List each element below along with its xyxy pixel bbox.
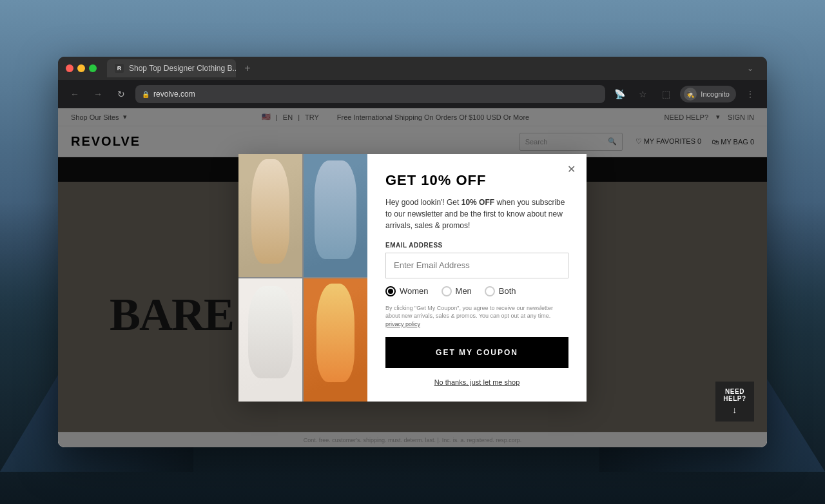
menu-button[interactable]: ⋮ [741,85,759,103]
modal-desc-prefix: Hey good lookin'! Get [385,198,461,207]
modal-title: GET 10% OFF [385,172,568,189]
url-text: revolve.com [153,90,195,99]
new-tab-button[interactable]: + [238,59,257,77]
gender-men-label: Men [456,286,472,296]
extensions-icon[interactable]: ⬚ [657,85,675,103]
minimize-button[interactable] [77,64,85,72]
incognito-icon: 🕵 [684,88,697,101]
browser-addressbar: ← → ↻ 🔒 revolve.com 📡 ☆ ⬚ 🕵 Incognito ⋮ [58,80,767,108]
modal-close-button[interactable]: ✕ [563,162,579,177]
modal-description: Hey good lookin'! Get 10% OFF when you s… [385,197,568,231]
modal-image-4 [304,278,367,402]
traffic-lights [66,64,97,72]
gender-both-label: Both [499,286,516,296]
maximize-button[interactable] [89,64,97,72]
gender-both-radio[interactable] [485,286,495,296]
privacy-policy-link[interactable]: privacy policy [385,321,420,327]
back-button[interactable]: ← [66,85,84,103]
get-coupon-button[interactable]: GET MY COUPON [385,337,568,368]
browser-tab[interactable]: R Shop Top Designer Clothing B... ✕ [107,59,236,77]
browser-titlebar: R Shop Top Designer Clothing B... ✕ + ⌄ [58,57,767,80]
discount-modal: ✕ GET 10% OFF Hey good lookin'! Get 10% … [238,154,587,402]
email-field-label: Email Address [385,242,568,249]
close-button[interactable] [66,64,73,72]
url-bar[interactable]: 🔒 revolve.com [135,85,605,103]
modal-image-1 [238,154,302,277]
addressbar-actions: 📡 ☆ ⬚ 🕵 Incognito ⋮ [610,85,759,103]
modal-image-3 [238,278,302,402]
legal-disclaimer: By clicking "Get My Coupon", you agree t… [385,304,568,329]
incognito-badge: 🕵 Incognito [680,86,736,102]
refresh-button[interactable]: ↻ [112,85,130,103]
gender-both-option[interactable]: Both [485,286,516,296]
gender-women-label: Women [400,286,429,296]
gender-men-option[interactable]: Men [442,286,472,296]
cast-icon[interactable]: 📡 [610,85,628,103]
modal-image-2 [304,154,367,277]
ssl-lock-icon: 🔒 [142,91,150,98]
bookmark-icon[interactable]: ☆ [634,85,652,103]
email-input[interactable] [385,253,568,278]
modal-images-collage [238,154,367,402]
tab-title: Shop Top Designer Clothing B... [129,64,236,73]
gender-men-radio[interactable] [442,286,452,296]
more-tabs-button[interactable]: ⌄ [741,59,759,77]
tab-favicon: R [115,64,124,73]
website-content: Shop Our Sites ▾ 🇺🇸 | EN | TRY Free Inte… [58,108,767,447]
gender-women-option[interactable]: Women [385,286,429,296]
browser-window: R Shop Top Designer Clothing B... ✕ + ⌄ … [58,57,767,447]
incognito-label: Incognito [701,90,730,98]
gender-radio-group: Women Men Both [385,286,568,296]
gender-women-radio[interactable] [385,286,396,296]
forward-button[interactable]: → [89,85,107,103]
tab-area: R Shop Top Designer Clothing B... ✕ + [107,59,257,77]
modal-backdrop: ✕ GET 10% OFF Hey good lookin'! Get 10% … [58,108,767,447]
modal-form-area: ✕ GET 10% OFF Hey good lookin'! Get 10% … [367,154,587,402]
no-thanks-button[interactable]: No thanks, just let me shop [385,378,568,386]
modal-discount-text: 10% OFF [461,198,494,207]
legal-text-content: By clicking "Get My Coupon", you agree t… [385,305,553,320]
